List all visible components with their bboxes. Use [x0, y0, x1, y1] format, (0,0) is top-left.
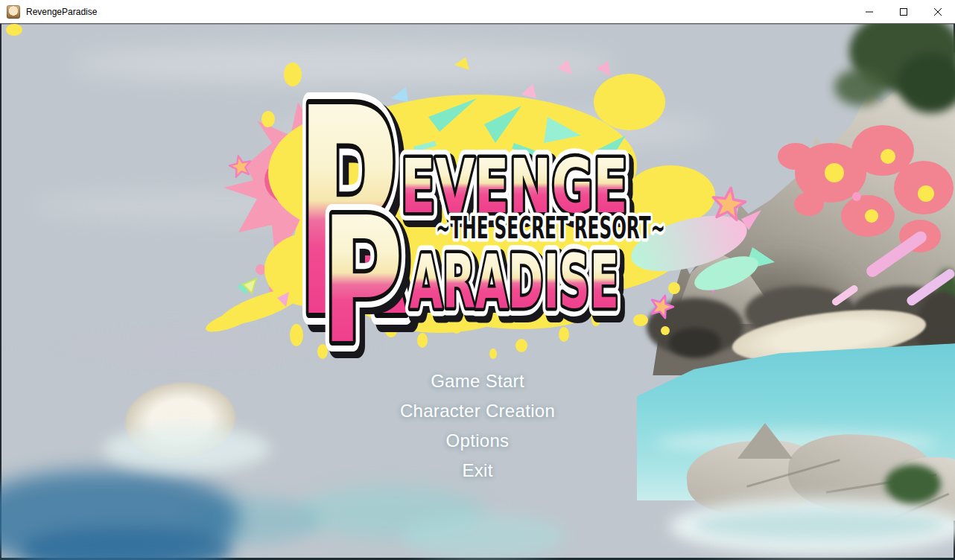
logo-subtitle: ~THE SECRET RESORT~ ~THE SECRET RESORT~	[436, 211, 665, 245]
character-portrait-icon	[7, 5, 20, 19]
logo-word1-rest: EVENGE EVENGE EVENGE	[401, 144, 632, 235]
game-viewport: R R R EVENGE EVENGE EVENGE P P P	[0, 24, 955, 560]
cave-shadow	[669, 328, 721, 357]
menu-item-character-creation[interactable]: Character Creation	[0, 396, 955, 426]
main-menu: Game Start Character Creation Options Ex…	[0, 366, 955, 486]
menu-item-options[interactable]: Options	[0, 426, 955, 456]
maximize-icon	[900, 8, 907, 16]
letter-shadow: ARADISE	[413, 244, 623, 331]
subtitle-outline: ~THE SECRET RESORT~	[436, 211, 665, 245]
close-button[interactable]	[921, 0, 955, 23]
confetti-shards	[243, 57, 718, 307]
minimize-button[interactable]	[852, 0, 886, 23]
cloud	[30, 191, 417, 221]
letter-outline: ARADISE	[410, 238, 619, 325]
star-icon	[228, 153, 253, 177]
star-decorations	[228, 153, 747, 319]
menu-item-game-start[interactable]: Game Start	[0, 366, 955, 396]
maximize-button[interactable]	[886, 0, 921, 23]
window-controls	[852, 0, 955, 23]
logo-word2-rest: ARADISE ARADISE ARADISE	[410, 238, 623, 331]
deep-water-patch	[22, 527, 231, 560]
vegetation	[834, 69, 886, 106]
rock-waterline-shadow	[693, 509, 946, 541]
cloud	[67, 45, 618, 83]
subtitle-fill: ~THE SECRET RESORT~	[436, 211, 665, 245]
water-patch	[402, 514, 566, 559]
letter-fill: EVENGE	[401, 144, 628, 230]
window-title: RevengeParadise	[26, 0, 97, 24]
letter-outline: EVENGE	[401, 144, 628, 230]
menu-item-exit[interactable]: Exit	[0, 456, 955, 486]
app-window: RevengeParadise	[0, 0, 955, 560]
close-icon	[934, 8, 942, 16]
letter-shadow: EVENGE	[404, 149, 632, 235]
minimize-icon	[866, 8, 873, 16]
letter-fill: ARADISE	[410, 238, 619, 325]
cloud	[268, 113, 715, 147]
titlebar[interactable]: RevengeParadise	[0, 0, 955, 24]
